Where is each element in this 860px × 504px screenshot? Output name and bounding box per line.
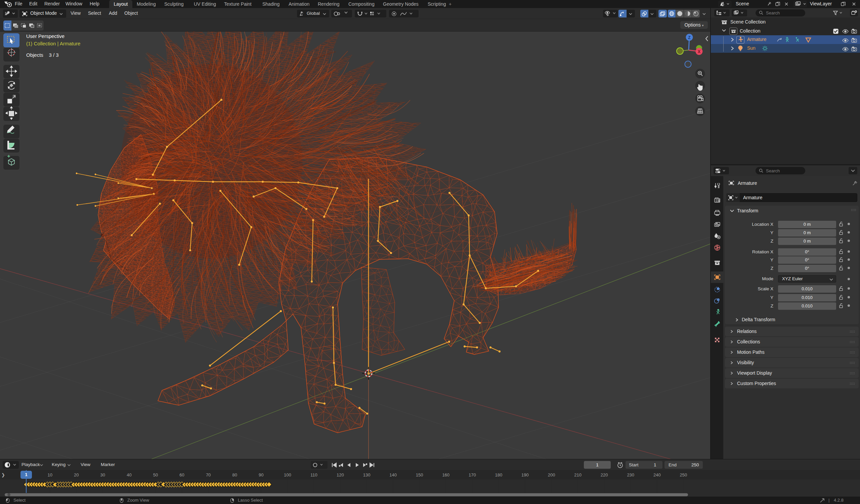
- svg-text:X: X: [698, 49, 700, 54]
- svg-text:Z: Z: [688, 35, 690, 40]
